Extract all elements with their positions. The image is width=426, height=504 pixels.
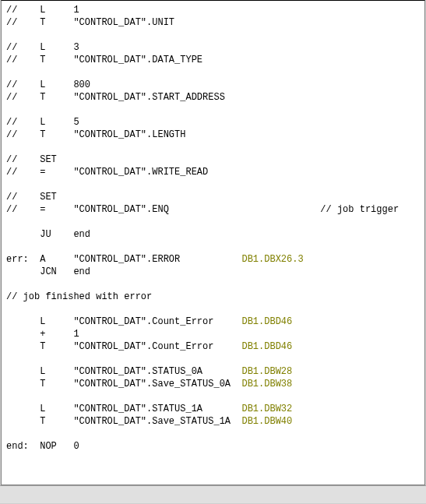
db-address: DB1.DBD46 [241, 316, 292, 327]
window-body: // L 1 // T "CONTROL_DAT".UNIT // L 3 //… [0, 0, 426, 504]
code-line: // L 1 [2, 4, 424, 16]
db-address: DB1.DBW28 [241, 366, 292, 377]
code-line: // L 5 [2, 116, 424, 129]
code-line: // SET [2, 191, 424, 203]
code-line: T "CONTROL_DAT".Count_Error DB1.DBD46 [2, 340, 424, 353]
code-line: // T "CONTROL_DAT".START_ADDRESS [2, 91, 424, 104]
db-address: DB1.DBD46 [241, 341, 292, 352]
db-address: DB1.DBW40 [241, 416, 292, 427]
code-editor-panel[interactable]: // L 1 // T "CONTROL_DAT".UNIT // L 3 //… [1, 0, 425, 485]
code-line [2, 428, 424, 440]
code-line: // SET [2, 153, 424, 166]
code-line [2, 303, 424, 315]
code-line: T "CONTROL_DAT".Save_STATUS_0A DB1.DBW38 [2, 378, 424, 390]
status-strip [0, 485, 426, 503]
code-line: // T "CONTROL_DAT".LENGTH [2, 129, 424, 141]
code-line [2, 353, 424, 365]
code-line [2, 141, 424, 153]
code-line: T "CONTROL_DAT".Save_STATUS_1A DB1.DBW40 [2, 415, 424, 428]
code-line [2, 178, 424, 191]
code-line: // = "CONTROL_DAT".WRITE_READ [2, 166, 424, 178]
code-line: end: NOP 0 [2, 440, 424, 453]
code-line [2, 278, 424, 291]
code-line: L "CONTROL_DAT".Count_Error DB1.DBD46 [2, 315, 424, 328]
inline-comment: // job trigger [320, 204, 399, 215]
code-line [2, 390, 424, 403]
code-line [2, 241, 424, 253]
code-line: // L 800 [2, 79, 424, 91]
code-line: // = "CONTROL_DAT".ENQ // job trigger [2, 203, 424, 216]
code-line: // job finished with error [2, 291, 424, 303]
db-address: DB1.DBX26.3 [241, 254, 303, 265]
code-line: L "CONTROL_DAT".STATUS_1A DB1.DBW32 [2, 403, 424, 415]
code-line: + 1 [2, 328, 424, 340]
code-line: err: A "CONTROL_DAT".ERROR DB1.DBX26.3 [2, 253, 424, 266]
code-line [2, 216, 424, 228]
db-address: DB1.DBW38 [241, 379, 292, 389]
code-line: L "CONTROL_DAT".STATUS_0A DB1.DBW28 [2, 365, 424, 378]
code-line [2, 66, 424, 79]
code-line [2, 104, 424, 116]
code-line: // T "CONTROL_DAT".DATA_TYPE [2, 54, 424, 66]
db-address: DB1.DBW32 [241, 404, 292, 414]
code-line: JCN end [2, 266, 424, 278]
code-line: // T "CONTROL_DAT".UNIT [2, 16, 424, 29]
code-line: JU end [2, 228, 424, 241]
code-line: // L 3 [2, 41, 424, 54]
code-content: // L 1 // T "CONTROL_DAT".UNIT // L 3 //… [2, 4, 424, 453]
code-line [2, 29, 424, 41]
